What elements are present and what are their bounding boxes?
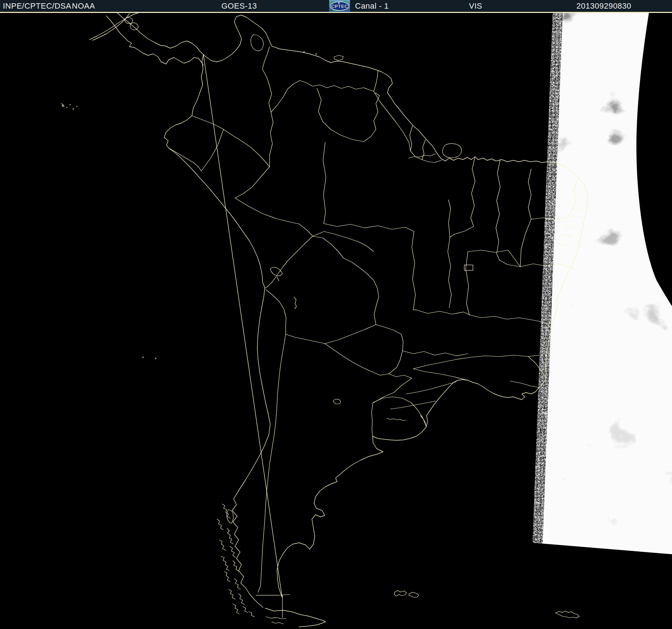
pacific-islet [155, 358, 156, 359]
satellite-image-viewer: INPE/CPTEC/DSA NOAA GOES-13 CPTEC Canal … [0, 0, 672, 629]
source-label: INPE/CPTEC/DSA [3, 1, 71, 11]
cptec-globe-logo-icon: CPTEC [329, 0, 350, 12]
pacific-islet [143, 357, 144, 358]
satellite-map [0, 0, 672, 629]
title-bar: INPE/CPTEC/DSA NOAA GOES-13 CPTEC Canal … [0, 0, 672, 13]
agency-label: NOAA [72, 1, 95, 11]
margarita-island [316, 53, 317, 54]
channel-label: Canal - 1 [355, 1, 389, 11]
timestamp-label: 201309290830 [576, 1, 631, 11]
band-label: VIS [469, 1, 482, 11]
screenshot-root: { "header": { "source": "INPE/CPTEC/DSA"… [0, 0, 672, 629]
satellite-label: GOES-13 [221, 1, 257, 11]
logo-text: CPTEC [331, 4, 348, 9]
